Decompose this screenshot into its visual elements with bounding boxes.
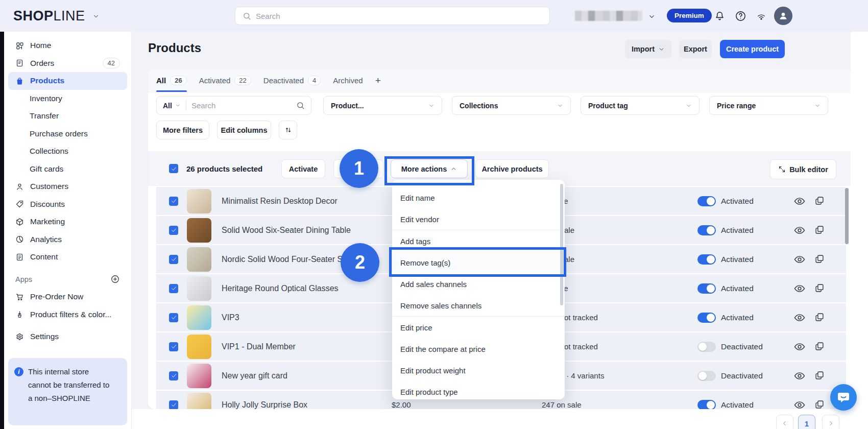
preview-eye-icon[interactable] <box>793 312 806 324</box>
duplicate-icon[interactable] <box>814 370 825 381</box>
status-toggle[interactable] <box>697 400 716 410</box>
preview-eye-icon[interactable] <box>793 370 806 382</box>
sidebar-item-collections[interactable]: Collections <box>8 142 127 160</box>
row-checkbox[interactable] <box>169 371 178 380</box>
sidebar-item-inventory[interactable]: Inventory <box>8 90 127 108</box>
product-name[interactable]: Nordic Solid Wood Four-Seater S <box>222 245 343 273</box>
more-filters-button[interactable]: More filters <box>156 121 209 139</box>
product-search-filter[interactable]: All Search <box>156 96 311 115</box>
edit-columns-button[interactable]: Edit columns <box>217 121 271 139</box>
sidebar-item-analytics[interactable]: Analytics <box>8 231 127 249</box>
row-checkbox[interactable] <box>169 226 178 235</box>
sidebar-item-content[interactable]: Content <box>8 248 127 266</box>
row-checkbox[interactable] <box>169 197 178 206</box>
duplicate-icon[interactable] <box>814 312 825 323</box>
status-tab[interactable]: Archived <box>333 69 363 92</box>
product-name[interactable]: Minimalist Resin Desktop Decor <box>222 187 337 215</box>
preview-eye-icon[interactable] <box>793 341 806 353</box>
product-name[interactable]: New year gift card <box>222 362 287 390</box>
global-search-input[interactable]: Search <box>235 7 550 25</box>
import-button[interactable]: Import <box>625 40 671 58</box>
row-checkbox[interactable] <box>169 313 178 322</box>
preview-eye-icon[interactable] <box>793 282 806 295</box>
preview-eye-icon[interactable] <box>793 253 806 266</box>
menu-item[interactable]: Remove tag(s) <box>392 252 565 273</box>
sidebar-item-discounts[interactable]: Discounts <box>8 196 127 213</box>
sidebar-item-marketing[interactable]: Marketing <box>8 213 127 231</box>
filter-dropdown[interactable]: Price range <box>709 96 828 115</box>
menu-item[interactable]: Edit product type <box>392 381 565 399</box>
menu-item[interactable]: Add tags <box>392 230 565 252</box>
shopline-logo[interactable]: SHOPLINE <box>13 8 100 24</box>
row-checkbox[interactable] <box>169 255 178 264</box>
status-toggle[interactable] <box>697 283 716 294</box>
status-tab[interactable]: All 26 <box>156 69 187 92</box>
sidebar-item-product-filters[interactable]: Product filters & color... <box>8 306 127 324</box>
activate-button[interactable]: Activate <box>281 159 325 178</box>
add-app-button[interactable] <box>110 274 120 284</box>
duplicate-icon[interactable] <box>814 282 825 294</box>
sidebar-item-purchase-orders[interactable]: Purchase orders <box>8 125 127 143</box>
store-chevron-down-icon[interactable] <box>648 13 656 20</box>
duplicate-icon[interactable] <box>814 341 825 352</box>
product-name[interactable]: Solid Wood Six-Seater Dining Table <box>222 216 351 244</box>
duplicate-icon[interactable] <box>814 195 825 206</box>
row-checkbox[interactable] <box>169 342 178 351</box>
wifi-icon[interactable] <box>756 11 767 21</box>
menu-scrollbar[interactable] <box>560 184 563 305</box>
menu-item[interactable]: Edit name <box>392 187 565 208</box>
filter-dropdown[interactable]: Collections <box>452 96 571 115</box>
search-scope-select[interactable]: All <box>163 102 181 110</box>
page-scrollbar[interactable] <box>845 188 849 244</box>
status-toggle[interactable] <box>697 342 716 352</box>
help-icon[interactable] <box>735 10 746 22</box>
more-actions-button[interactable]: More actions <box>391 159 468 178</box>
status-toggle[interactable] <box>697 371 716 381</box>
duplicate-icon[interactable] <box>814 399 825 410</box>
avatar[interactable] <box>774 7 792 25</box>
menu-item[interactable]: Add sales channels <box>392 273 565 295</box>
sidebar-item-customers[interactable]: Customers <box>8 178 127 196</box>
export-button[interactable]: Export <box>679 40 712 58</box>
preview-eye-icon[interactable] <box>793 195 806 207</box>
status-toggle[interactable] <box>697 254 716 265</box>
row-checkbox[interactable] <box>169 284 178 293</box>
status-toggle[interactable] <box>697 196 716 206</box>
preview-eye-icon[interactable] <box>793 224 806 236</box>
sidebar-item-home[interactable]: Home <box>8 37 127 55</box>
pagination-next-button[interactable] <box>822 415 839 429</box>
status-toggle[interactable] <box>697 225 716 235</box>
filter-dropdown[interactable]: Product tag <box>581 96 700 115</box>
pagination-prev-button[interactable] <box>776 415 793 429</box>
row-checkbox[interactable] <box>169 400 178 410</box>
premium-badge[interactable]: Premium <box>667 9 712 22</box>
menu-item[interactable]: Edit vendor <box>392 208 565 230</box>
duplicate-icon[interactable] <box>814 253 825 265</box>
status-toggle[interactable] <box>697 313 716 323</box>
sidebar-item-transfer[interactable]: Transfer <box>8 107 127 125</box>
product-name[interactable]: VIP1 - Dual Member <box>222 332 296 361</box>
select-all-checkbox[interactable] <box>169 164 178 173</box>
sidebar-item-settings[interactable]: Settings <box>8 328 127 346</box>
menu-item[interactable]: Edit the compare at price <box>392 338 565 360</box>
menu-item[interactable]: Remove sales channels <box>392 295 565 316</box>
notifications-bell-icon[interactable] <box>714 10 726 22</box>
archive-products-button[interactable]: Archive products <box>475 159 549 178</box>
create-product-button[interactable]: Create product <box>720 40 785 58</box>
duplicate-icon[interactable] <box>814 224 825 235</box>
sidebar-item-products[interactable]: Products <box>8 72 127 90</box>
sidebar-item-preorder-now[interactable]: Pre-Order Now <box>8 288 127 306</box>
status-tab[interactable]: Activated 22 <box>199 69 251 92</box>
product-name[interactable]: VIP3 <box>222 303 239 331</box>
sidebar-item-orders[interactable]: Orders 42 <box>8 55 127 73</box>
menu-item[interactable]: Edit product weight <box>392 360 565 381</box>
status-tab[interactable]: + <box>375 69 381 92</box>
status-tab[interactable]: Deactivated 4 <box>263 69 321 92</box>
sidebar-item-gift-cards[interactable]: Gift cards <box>8 160 127 178</box>
bulk-editor-button[interactable]: Bulk editor <box>770 159 836 179</box>
support-chat-button[interactable] <box>830 384 857 411</box>
menu-item[interactable]: Edit price <box>392 317 565 338</box>
pagination-current-page[interactable]: 1 <box>798 415 815 429</box>
product-name[interactable]: Heritage Round Optical Glasses <box>222 274 339 302</box>
store-name-redacted[interactable] <box>575 11 642 21</box>
